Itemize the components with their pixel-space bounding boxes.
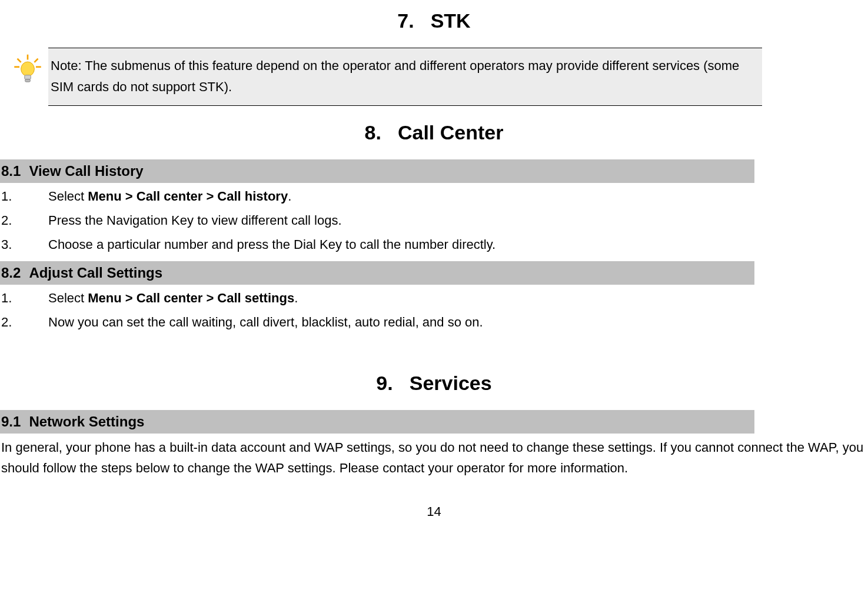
step-text: Select Menu > Call center > Call history… [48,186,291,206]
section-9-1-number: 9.1 [1,414,21,429]
step-text: Select Menu > Call center > Call setting… [48,288,298,308]
section-8-2-title: Adjust Call Settings [29,265,162,281]
chapter-8-title: Call Center [398,121,504,144]
chapter-9-title: Services [410,372,492,394]
step-number: 2. [1,211,48,230]
steps-8-2: 1. Select Menu > Call center > Call sett… [0,285,868,339]
list-item: 1. Select Menu > Call center > Call sett… [1,286,868,310]
svg-rect-7 [25,79,31,82]
section-9-1-title: Network Settings [29,414,144,429]
chapter-9-heading: 9.Services [0,368,868,398]
step-text: Press the Navigation Key to view differe… [48,211,342,230]
step-number: 2. [1,312,48,332]
list-item: 3. Choose a particular number and press … [1,232,868,256]
section-8-2-heading: 8.2Adjust Call Settings [0,261,754,285]
chapter-7-number: 7. [397,9,414,32]
step-number: 1. [1,288,48,308]
section-9-1-paragraph: In general, your phone has a built-in da… [0,434,868,478]
list-item: 1. Select Menu > Call center > Call hist… [1,184,868,208]
svg-point-5 [21,62,35,76]
section-8-2-number: 8.2 [1,265,21,281]
chapter-9-number: 9. [376,372,393,394]
step-text: Choose a particular number and press the… [48,235,495,254]
chapter-7-title: STK [431,9,471,32]
step-number: 3. [1,235,48,254]
list-item: 2. Press the Navigation Key to view diff… [1,208,868,232]
steps-8-1: 1. Select Menu > Call center > Call hist… [0,183,868,261]
step-number: 1. [1,186,48,206]
page-number: 14 [0,502,868,527]
section-8-1-number: 8.1 [1,163,21,179]
chapter-7-heading: 7.STK [0,6,868,36]
svg-line-4 [34,59,38,62]
section-8-1-title: View Call History [29,163,143,179]
section-8-1-heading: 8.1View Call History [0,159,754,183]
lightbulb-icon [7,48,48,86]
note-text: Note: The submenus of this feature depen… [48,48,762,106]
section-9-1-heading: 9.1Network Settings [0,410,754,434]
note-block: Note: The submenus of this feature depen… [7,48,762,106]
chapter-8-heading: 8.Call Center [0,118,868,148]
list-item: 2. Now you can set the call waiting, cal… [1,310,868,334]
chapter-8-number: 8. [365,121,381,144]
svg-rect-6 [25,75,31,79]
step-text: Now you can set the call waiting, call d… [48,312,483,332]
svg-line-3 [18,59,21,62]
